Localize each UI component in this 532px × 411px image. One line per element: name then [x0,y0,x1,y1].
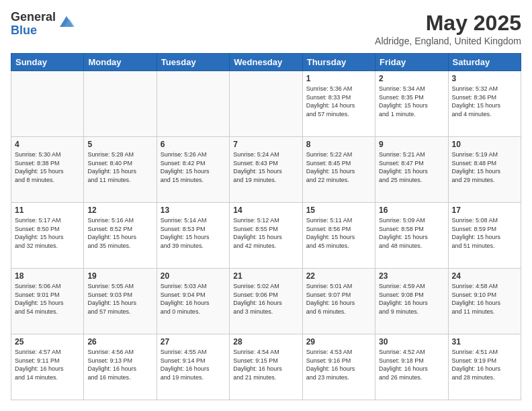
calendar-cell-4-2: 27Sunrise: 4:55 AM Sunset: 9:14 PM Dayli… [157,334,229,400]
day-number-2: 2 [379,74,444,83]
day-number-7: 7 [233,140,298,149]
week-row-2: 11Sunrise: 5:17 AM Sunset: 8:50 PM Dayli… [11,203,521,269]
day-info-22: Sunrise: 5:01 AM Sunset: 9:07 PM Dayligh… [306,282,371,316]
day-info-20: Sunrise: 5:03 AM Sunset: 9:04 PM Dayligh… [161,282,226,316]
day-number-5: 5 [87,140,152,149]
day-number-4: 4 [15,140,80,149]
day-info-18: Sunrise: 5:06 AM Sunset: 9:01 PM Dayligh… [15,282,80,316]
day-number-18: 18 [15,271,80,281]
day-info-16: Sunrise: 5:09 AM Sunset: 8:58 PM Dayligh… [379,216,444,250]
calendar-cell-3-3: 21Sunrise: 5:02 AM Sunset: 9:06 PM Dayli… [230,269,302,334]
day-info-19: Sunrise: 5:05 AM Sunset: 9:03 PM Dayligh… [87,282,152,316]
day-info-7: Sunrise: 5:24 AM Sunset: 8:43 PM Dayligh… [233,150,298,184]
logo-general: General [11,11,56,24]
day-info-14: Sunrise: 5:12 AM Sunset: 8:55 PM Dayligh… [233,216,298,250]
day-info-23: Sunrise: 4:59 AM Sunset: 9:08 PM Dayligh… [379,282,444,316]
day-number-21: 21 [233,271,298,281]
calendar-cell-1-4: 8Sunrise: 5:22 AM Sunset: 8:45 PM Daylig… [302,137,375,203]
weekday-header-row: Sunday Monday Tuesday Wednesday Thursday… [11,54,521,71]
calendar-cell-0-2 [157,71,229,137]
calendar-cell-0-4: 1Sunrise: 5:36 AM Sunset: 8:33 PM Daylig… [302,71,375,137]
calendar-cell-0-6: 3Sunrise: 5:32 AM Sunset: 8:36 PM Daylig… [448,71,521,137]
day-info-5: Sunrise: 5:28 AM Sunset: 8:40 PM Dayligh… [87,150,152,184]
day-number-6: 6 [161,140,226,149]
calendar-cell-3-5: 23Sunrise: 4:59 AM Sunset: 9:08 PM Dayli… [375,269,448,334]
header-wednesday: Wednesday [230,54,302,71]
calendar-cell-3-1: 19Sunrise: 5:05 AM Sunset: 9:03 PM Dayli… [84,269,157,334]
day-info-30: Sunrise: 4:52 AM Sunset: 9:18 PM Dayligh… [379,348,444,381]
day-number-13: 13 [161,205,226,215]
day-number-25: 25 [15,337,80,347]
calendar-cell-4-5: 30Sunrise: 4:52 AM Sunset: 9:18 PM Dayli… [375,334,448,400]
day-number-23: 23 [379,271,444,281]
day-info-17: Sunrise: 5:08 AM Sunset: 8:59 PM Dayligh… [452,216,517,250]
day-number-28: 28 [233,337,298,347]
calendar-cell-3-6: 24Sunrise: 4:58 AM Sunset: 9:10 PM Dayli… [448,269,521,334]
day-info-1: Sunrise: 5:36 AM Sunset: 8:33 PM Dayligh… [306,85,371,118]
day-info-9: Sunrise: 5:21 AM Sunset: 8:47 PM Dayligh… [379,150,444,184]
calendar-cell-1-2: 6Sunrise: 5:26 AM Sunset: 8:42 PM Daylig… [157,137,229,203]
calendar-cell-2-3: 14Sunrise: 5:12 AM Sunset: 8:55 PM Dayli… [230,203,302,269]
calendar-cell-1-6: 10Sunrise: 5:19 AM Sunset: 8:48 PM Dayli… [448,137,521,203]
day-number-31: 31 [452,337,517,347]
calendar-cell-1-0: 4Sunrise: 5:30 AM Sunset: 8:38 PM Daylig… [11,137,84,203]
header-monday: Monday [84,54,157,71]
day-info-15: Sunrise: 5:11 AM Sunset: 8:56 PM Dayligh… [306,216,371,250]
day-number-17: 17 [452,205,517,215]
header: General Blue May 2025 Aldridge, England,… [11,11,521,46]
calendar-cell-4-1: 26Sunrise: 4:56 AM Sunset: 9:13 PM Dayli… [84,334,157,400]
day-number-14: 14 [233,205,298,215]
day-info-24: Sunrise: 4:58 AM Sunset: 9:10 PM Dayligh… [452,282,517,316]
day-info-26: Sunrise: 4:56 AM Sunset: 9:13 PM Dayligh… [87,348,152,381]
week-row-4: 25Sunrise: 4:57 AM Sunset: 9:11 PM Dayli… [11,334,521,400]
location: Aldridge, England, United Kingdom [375,36,521,46]
day-number-29: 29 [306,337,371,347]
day-info-29: Sunrise: 4:53 AM Sunset: 9:16 PM Dayligh… [306,348,371,381]
day-number-22: 22 [306,271,371,281]
day-info-27: Sunrise: 4:55 AM Sunset: 9:14 PM Dayligh… [161,348,226,381]
calendar-cell-4-3: 28Sunrise: 4:54 AM Sunset: 9:15 PM Dayli… [230,334,302,400]
day-info-4: Sunrise: 5:30 AM Sunset: 8:38 PM Dayligh… [15,150,80,184]
logo-icon [58,13,75,30]
logo-text: General Blue [11,11,56,38]
calendar-cell-3-4: 22Sunrise: 5:01 AM Sunset: 9:07 PM Dayli… [302,269,375,334]
logo-blue: Blue [11,24,56,38]
day-number-24: 24 [452,271,517,281]
day-number-9: 9 [379,140,444,149]
day-info-13: Sunrise: 5:14 AM Sunset: 8:53 PM Dayligh… [161,216,226,250]
calendar-cell-2-5: 16Sunrise: 5:09 AM Sunset: 8:58 PM Dayli… [375,203,448,269]
day-info-10: Sunrise: 5:19 AM Sunset: 8:48 PM Dayligh… [452,150,517,184]
calendar-cell-2-2: 13Sunrise: 5:14 AM Sunset: 8:53 PM Dayli… [157,203,229,269]
calendar-cell-4-4: 29Sunrise: 4:53 AM Sunset: 9:16 PM Dayli… [302,334,375,400]
day-info-28: Sunrise: 4:54 AM Sunset: 9:15 PM Dayligh… [233,348,298,381]
day-number-20: 20 [161,271,226,281]
day-info-21: Sunrise: 5:02 AM Sunset: 9:06 PM Dayligh… [233,282,298,316]
day-number-30: 30 [379,337,444,347]
calendar-cell-3-0: 18Sunrise: 5:06 AM Sunset: 9:01 PM Dayli… [11,269,84,334]
day-number-11: 11 [15,205,80,215]
day-info-31: Sunrise: 4:51 AM Sunset: 9:19 PM Dayligh… [452,348,517,381]
day-number-8: 8 [306,140,371,149]
day-info-6: Sunrise: 5:26 AM Sunset: 8:42 PM Dayligh… [161,150,226,184]
header-sunday: Sunday [11,54,84,71]
calendar-cell-2-1: 12Sunrise: 5:16 AM Sunset: 8:52 PM Dayli… [84,203,157,269]
day-number-1: 1 [306,74,371,83]
day-info-8: Sunrise: 5:22 AM Sunset: 8:45 PM Dayligh… [306,150,371,184]
calendar-cell-0-5: 2Sunrise: 5:34 AM Sunset: 8:35 PM Daylig… [375,71,448,137]
day-number-12: 12 [87,205,152,215]
calendar-cell-0-3 [230,71,302,137]
header-tuesday: Tuesday [157,54,229,71]
day-info-2: Sunrise: 5:34 AM Sunset: 8:35 PM Dayligh… [379,85,444,118]
week-row-0: 1Sunrise: 5:36 AM Sunset: 8:33 PM Daylig… [11,71,521,137]
calendar-cell-1-3: 7Sunrise: 5:24 AM Sunset: 8:43 PM Daylig… [230,137,302,203]
logo: General Blue [11,11,75,38]
week-row-1: 4Sunrise: 5:30 AM Sunset: 8:38 PM Daylig… [11,137,521,203]
day-number-27: 27 [161,337,226,347]
header-thursday: Thursday [302,54,375,71]
calendar-cell-2-4: 15Sunrise: 5:11 AM Sunset: 8:56 PM Dayli… [302,203,375,269]
page: General Blue May 2025 Aldridge, England,… [0,0,532,411]
calendar-cell-4-0: 25Sunrise: 4:57 AM Sunset: 9:11 PM Dayli… [11,334,84,400]
day-info-25: Sunrise: 4:57 AM Sunset: 9:11 PM Dayligh… [15,348,80,381]
calendar-cell-2-0: 11Sunrise: 5:17 AM Sunset: 8:50 PM Dayli… [11,203,84,269]
calendar-cell-3-2: 20Sunrise: 5:03 AM Sunset: 9:04 PM Dayli… [157,269,229,334]
